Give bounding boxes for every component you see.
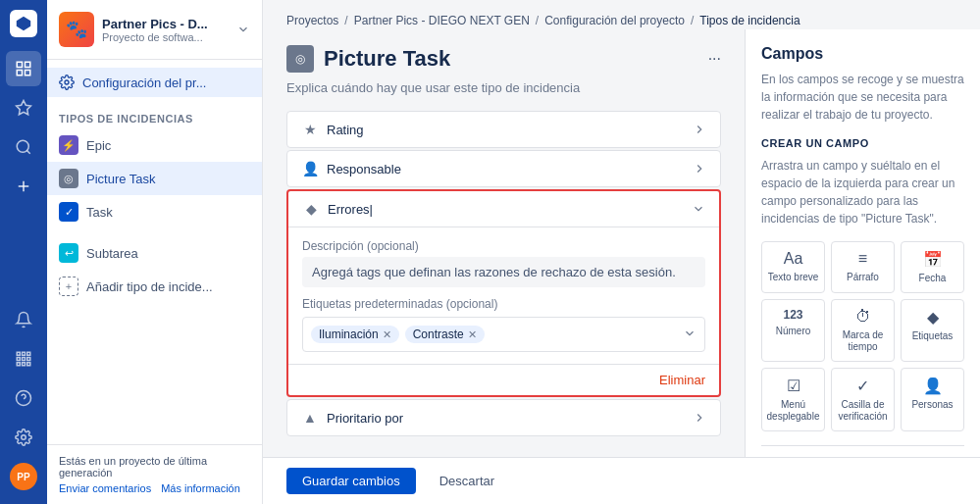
- main-area: Proyectos / Partner Pics - DIEGO NEXT GE…: [263, 0, 980, 504]
- field-type-parrafo[interactable]: ≡ Párrafo: [831, 241, 895, 293]
- tags-container[interactable]: Iluminación ✕ Contraste ✕: [302, 317, 705, 352]
- field-errores-header[interactable]: ◆ Errores|: [288, 191, 719, 227]
- tag-iluminacion-remove[interactable]: ✕: [383, 328, 391, 341]
- subtarea-label: Subtarea: [86, 246, 138, 261]
- chevron-down-icon: [236, 23, 250, 36]
- add-icon: +: [59, 277, 78, 296]
- task-label: Task: [86, 205, 113, 220]
- breadcrumb-proyectos[interactable]: Proyectos: [286, 14, 338, 27]
- more-info-link[interactable]: Más información: [161, 482, 240, 494]
- panel-intro: En los campos se recoge y se muestra la …: [761, 71, 964, 124]
- svg-rect-10: [17, 352, 20, 355]
- content-footer: Guardar cambios Descartar: [263, 457, 980, 504]
- nav-home[interactable]: [6, 51, 41, 86]
- nav-help[interactable]: [6, 380, 41, 416]
- breadcrumb-config[interactable]: Configuración del proyecto: [544, 14, 685, 27]
- etiquetas-icon: ◆: [927, 308, 939, 327]
- field-type-menu[interactable]: ☑ Menú desplegable: [761, 368, 825, 431]
- description-label: Descripción (opcional): [302, 239, 705, 253]
- bottom-links: Enviar comentarios Más información: [59, 482, 250, 494]
- nav-apps[interactable]: [6, 341, 41, 377]
- sidebar-item-picture-task[interactable]: ◎ Picture Task: [47, 162, 262, 195]
- sidebar-item-task[interactable]: ✓ Task: [47, 195, 262, 228]
- svg-rect-18: [27, 363, 30, 366]
- config-icon: [59, 75, 75, 90]
- page-header: ◎ Picture Task ···: [286, 45, 721, 73]
- chevron-down-errores-icon: [692, 202, 705, 216]
- field-types-grid: Aa Texto breve ≡ Párrafo 📅 Fecha 123 Núm…: [761, 241, 964, 431]
- field-type-fecha[interactable]: 📅 Fecha: [901, 241, 964, 293]
- svg-rect-1: [17, 62, 22, 67]
- discard-button[interactable]: Descartar: [424, 468, 510, 494]
- menu-label: Menú desplegable: [766, 399, 820, 423]
- nav-starred[interactable]: [6, 90, 41, 126]
- svg-rect-17: [23, 363, 26, 366]
- svg-rect-4: [26, 71, 30, 76]
- field-errores-title: Errores|: [328, 202, 684, 217]
- fecha-label: Fecha: [919, 273, 947, 284]
- svg-point-22: [65, 80, 69, 84]
- tag-contraste-remove[interactable]: ✕: [468, 328, 477, 341]
- send-feedback-link[interactable]: Enviar comentarios: [59, 482, 151, 494]
- right-panel: Campos En los campos se recoge y se mues…: [745, 29, 980, 457]
- picture-task-label: Picture Task: [86, 172, 156, 186]
- prioritario-icon: ▲: [301, 410, 319, 426]
- field-type-casilla[interactable]: ✓ Casilla de verificación: [831, 368, 895, 431]
- numero-icon: 123: [783, 308, 802, 322]
- incident-types-section: Tipos de incidencias: [47, 105, 262, 128]
- field-prioritario-title: Prioritario por: [327, 411, 685, 426]
- save-button[interactable]: Guardar cambios: [286, 468, 416, 494]
- svg-point-6: [17, 140, 28, 152]
- etiquetas-label: Etiquetas: [912, 330, 954, 342]
- project-avatar: 🐾: [59, 12, 94, 47]
- personas-label: Personas: [911, 399, 953, 411]
- field-errores-body: Descripción (opcional) Agregá tags que d…: [288, 227, 719, 364]
- field-responsable-header[interactable]: 👤 Responsable: [287, 151, 720, 186]
- sidebar-item-config-label: Configuración del pr...: [82, 76, 206, 90]
- field-type-texto-breve[interactable]: Aa Texto breve: [761, 241, 825, 293]
- sidebar-item-config[interactable]: Configuración del pr...: [47, 68, 262, 97]
- epic-label: Epic: [86, 138, 111, 153]
- tags-dropdown-arrow[interactable]: [683, 327, 696, 343]
- field-type-marca-tiempo[interactable]: ⏱ Marca de tiempo: [831, 299, 895, 362]
- field-type-personas[interactable]: 👤 Personas: [901, 368, 964, 431]
- tag-iluminacion-text: Iluminación: [319, 328, 379, 341]
- field-type-numero[interactable]: 123 Número: [761, 299, 825, 362]
- sidebar-item-subtarea[interactable]: ↩ Subtarea: [47, 236, 262, 270]
- numero-label: Número: [776, 326, 811, 337]
- field-prioritario-header[interactable]: ▲ Prioritario por: [287, 400, 720, 435]
- parrafo-label: Párrafo: [847, 272, 879, 283]
- nav-search[interactable]: [6, 129, 41, 165]
- marca-tiempo-label: Marca de tiempo: [836, 329, 890, 353]
- more-options-button[interactable]: ···: [708, 50, 721, 68]
- app-logo: [10, 10, 37, 37]
- panel-divider: [761, 445, 964, 446]
- texto-breve-icon: Aa: [784, 250, 803, 268]
- svg-rect-15: [27, 358, 30, 361]
- sidebar-nav: Configuración del pr...: [47, 60, 262, 105]
- chevron-right-icon-3: [693, 411, 706, 425]
- project-selector[interactable]: 🐾 Partner Pics - D... Proyecto de softwa…: [47, 0, 262, 60]
- rating-icon: ★: [301, 122, 319, 137]
- svg-rect-14: [23, 358, 26, 361]
- nav-create[interactable]: [6, 169, 41, 204]
- field-rating-title: Rating: [327, 123, 685, 137]
- content-main: ◎ Picture Task ··· Explica cuándo hay qu…: [263, 29, 745, 457]
- project-sub: Proyecto de softwa...: [102, 31, 229, 43]
- svg-marker-5: [17, 101, 31, 115]
- parrafo-icon: ≡: [858, 250, 867, 268]
- sidebar-item-epic[interactable]: ⚡ Epic: [47, 128, 262, 162]
- user-avatar[interactable]: PP: [10, 463, 37, 490]
- breadcrumb: Proyectos / Partner Pics - DIEGO NEXT GE…: [263, 0, 980, 29]
- breadcrumb-project[interactable]: Partner Pics - DIEGO NEXT GEN: [354, 14, 530, 27]
- svg-marker-0: [17, 17, 30, 30]
- delete-field-button[interactable]: Eliminar: [659, 373, 705, 387]
- tag-contraste-text: Contraste: [413, 328, 464, 341]
- field-type-etiquetas[interactable]: ◆ Etiquetas: [901, 299, 964, 362]
- fecha-icon: 📅: [923, 250, 943, 269]
- nav-notifications[interactable]: [6, 302, 41, 337]
- icon-bar: PP: [0, 0, 47, 504]
- nav-settings[interactable]: [6, 420, 41, 455]
- field-rating-header[interactable]: ★ Rating: [287, 112, 720, 147]
- add-incident-type[interactable]: + Añadir tipo de incide...: [47, 270, 262, 303]
